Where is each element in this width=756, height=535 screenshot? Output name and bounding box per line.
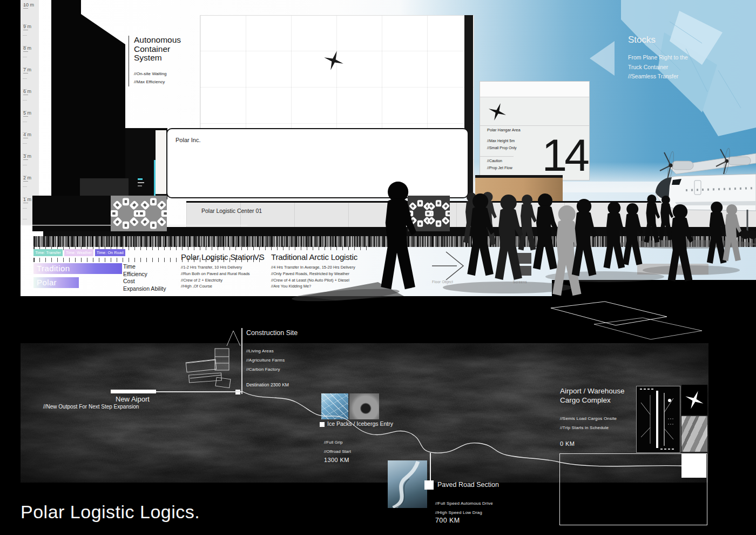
criteria-item: Efficiency: [123, 271, 166, 278]
gate-number: 14: [542, 133, 587, 177]
hangar-sign-topband: [480, 82, 589, 97]
paved-road-item: //Full Speed Automous Drive: [435, 499, 493, 508]
four-point-star-icon: [681, 385, 707, 415]
acs-block: Autonomous Container System //On-site Wa…: [129, 36, 220, 86]
cargo-complex-item: //Semis Load Cargos Onsite: [560, 414, 617, 423]
acs-title: Autonomous Container System: [134, 36, 220, 63]
ruler-label: 10 m: [23, 2, 34, 9]
comparison-item: //Only Paved Roads, Restricted by Weathe…: [271, 271, 355, 277]
center-strip: Polar Logistic Center 01: [186, 201, 756, 229]
construction-items: //Living Areas //Agriculture Farms //Car…: [246, 346, 285, 374]
paved-road-items: //Full Speed Automous Drive //High Speed…: [435, 499, 493, 517]
loading-dock: [475, 175, 563, 202]
airport-diagram-thumbnail: [636, 386, 680, 453]
comparison-item: //4 Hrs Transfer In Average, 15-20 Hrs D…: [271, 264, 355, 271]
comparison-item: //High ,Of Course: [181, 283, 250, 290]
polar-station-items: //1-2 Hrs Transfer, 10 Hrs Delivery //Ru…: [181, 264, 250, 290]
screen-block: [514, 266, 531, 276]
barcode-strip: [33, 236, 756, 247]
legend-chip-onroad: Time: On Road: [95, 249, 125, 256]
construction-leader-line: [241, 328, 242, 394]
ice-entry-distance: 1300 KM: [324, 457, 349, 463]
truck-cab-window: [156, 130, 166, 194]
criteria-item: Cost: [123, 278, 166, 285]
ruler-label: 5 m: [23, 110, 31, 117]
construction-title: Construction Site: [246, 329, 298, 337]
stocks-title: Stocks: [628, 35, 656, 45]
ruler-label: 1 m: [23, 197, 31, 203]
bar-tradition: Tradition: [33, 263, 122, 274]
ruler-label: 4 m: [23, 132, 31, 138]
screens-note: Screens: [513, 280, 527, 284]
black-band: [43, 227, 756, 237]
ice-thumbnail-cracks: [321, 393, 348, 419]
construction-item: //Agriculture Farms: [246, 356, 285, 365]
hangar-warning: //Prop Jet Flow: [487, 166, 512, 170]
hangar-divider: [480, 156, 514, 157]
four-point-star-icon: [487, 101, 508, 123]
hangar-spec: //Small Prop Only: [487, 146, 516, 150]
truck-accent-line: [154, 160, 156, 196]
cargo-complex-items: //Semis Load Cargos Onsite //Trip Starts…: [560, 414, 617, 432]
floor-object-note: Floor Object: [432, 280, 453, 284]
paved-road-bullet: [424, 480, 434, 490]
acs-item: //On-site Waiting: [134, 70, 220, 78]
trailer-brand: Polar Inc.: [176, 137, 200, 143]
cargo-complex-item: //Trip Starts in Schedule: [560, 423, 617, 432]
paved-road-title: Paved Road Section: [437, 481, 499, 489]
height-ruler: 10 m 9 m 8 m 7 m 6 m 5 m 4 m 3 m 2 m 1 m: [21, 0, 39, 225]
ruler-label: 7 m: [23, 67, 31, 73]
polar-station-heading: Polar Logistic Station: [181, 252, 255, 262]
floor-gray-bar: [637, 264, 708, 275]
hangar-spec: //Max Height 5m: [487, 139, 515, 143]
ruler-label: 8 m: [23, 45, 31, 52]
hangar-area-label: Polar Hangar Area: [487, 128, 521, 132]
hangar-sign: Polar Hangar Area //Max Height 5m //Smal…: [480, 81, 590, 180]
brand-star-tile: [681, 385, 707, 415]
ruler-label: 2 m: [23, 175, 31, 182]
destination-label: Destination 2300 KM: [246, 382, 289, 387]
new-airport-subtitle: //New Outpost For Next Step Expansion: [43, 404, 139, 410]
construction-item: //Living Areas: [246, 346, 285, 356]
traditional-items: //4 Hrs Transfer In Average, 15-20 Hrs D…: [271, 264, 355, 290]
screen-block: [514, 253, 531, 264]
criteria-list: Time Efficiency Cost Expansion Ability: [123, 263, 166, 292]
vs-label: VS: [254, 252, 265, 262]
ice-entry-item: //Offroad Start: [324, 447, 351, 456]
bar-polar: Polar: [33, 277, 79, 288]
road-curve-graphic: [388, 460, 427, 508]
legend-chip-transfer: Time: Transfer: [33, 249, 63, 256]
ruler-label: 3 m: [23, 153, 31, 160]
cargo-complex-distance: 0 KM: [560, 440, 575, 447]
ruler-label: 6 m: [23, 89, 31, 95]
iceberg-aerial-thumbnail: [349, 393, 379, 419]
criteria-item: Time: [123, 263, 166, 271]
new-airport-title: New Aiport: [116, 395, 150, 403]
traditional-heading: Traditional Arctic Logistic: [271, 252, 357, 262]
new-airport-line: [156, 391, 242, 392]
stocks-body: From Plane Right to the Truck Container …: [628, 53, 688, 82]
comparison-item: //1-2 Hrs Transfer, 10 Hrs Delivery: [181, 264, 250, 271]
truck-trailer: Polar Inc.: [166, 128, 469, 198]
poster-board: 10 m 9 m 8 m 7 m 6 m 5 m 4 m 3 m 2 m 1 m…: [0, 0, 756, 535]
cargo-complex-title: Airport / Warehouse Cargo Complex: [560, 387, 625, 405]
scene-black-corner: [552, 280, 756, 296]
page-title: Polar Logistic Logics.: [21, 501, 200, 523]
ice-entry-bullet: [320, 422, 325, 427]
comparison-item: //Crew of 4 at Least (No Auto Pilot) + D…: [271, 277, 355, 284]
destination-node-square: [235, 390, 240, 394]
ice-entry-item: //Full Grip: [324, 438, 351, 447]
hangar-divider: [480, 125, 589, 126]
construction-item: //Carbon Factory: [246, 365, 285, 374]
comparison-item: //Run Both on Paved and Rural Roads: [181, 271, 250, 277]
hangar-warning: //Caution: [487, 159, 502, 163]
comparison-item: //Crew of 2 + Electricity: [181, 277, 250, 284]
legend-chip-weather: Time: Weather: [64, 249, 93, 256]
ice-entry-items: //Full Grip //Offroad Start: [324, 438, 351, 456]
airport-diagram-graphic: [637, 386, 679, 451]
road-photo-thumbnail: [388, 460, 427, 508]
comparison-item: //Are You Kidding Me?: [271, 283, 355, 290]
criteria-item: Expansion Ability: [123, 285, 166, 293]
center-strip-label: Polar Logistic Center 01: [201, 208, 262, 214]
paved-road-item: //High Speed Low Drag: [435, 508, 493, 517]
